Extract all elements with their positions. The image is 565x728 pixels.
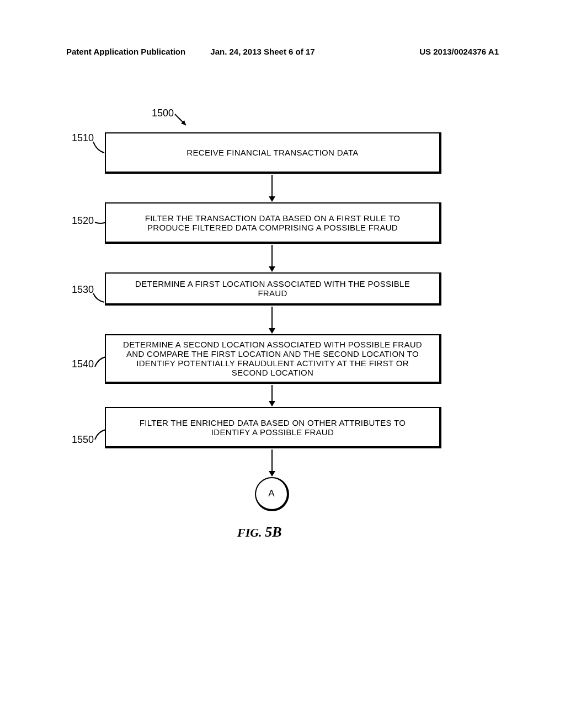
flow-box-text: FILTER THE ENRICHED DATA BASED ON OTHER … [122, 418, 423, 437]
flow-box-text: DETERMINE A SECOND LOCATION ASSOCIATED W… [122, 340, 423, 377]
ref-label-1530: 1530 [72, 284, 94, 296]
fig-text: FIG. [237, 526, 262, 539]
fig-number: 5B [265, 524, 281, 540]
header-patent-number: US 2013/0024376 A1 [355, 47, 499, 56]
arrow-1550-connector [271, 449, 273, 476]
flow-box-1510: RECEIVE FINANCIAL TRANSACTION DATA [105, 132, 441, 174]
page-header: Patent Application Publication Jan. 24, … [0, 47, 565, 56]
ref-label-1550: 1550 [72, 434, 94, 446]
arrow-1540-1550 [271, 385, 273, 406]
arrow-1510-1520 [271, 175, 273, 201]
ref-label-1500: 1500 [152, 108, 174, 119]
flow-box-1520: FILTER THE TRANSACTION DATA BASED ON A F… [105, 202, 441, 244]
arrow-1530-1540 [271, 307, 273, 333]
flow-box-1550: FILTER THE ENRICHED DATA BASED ON OTHER … [105, 407, 441, 448]
arrow-1520-1530 [271, 245, 273, 271]
header-sheet-info: Jan. 24, 2013 Sheet 6 of 17 [210, 47, 354, 56]
flow-box-text: FILTER THE TRANSACTION DATA BASED ON A F… [122, 213, 423, 232]
flow-box-1530: DETERMINE A FIRST LOCATION ASSOCIATED WI… [105, 272, 441, 306]
connector-a: A [255, 477, 289, 511]
header-publication: Patent Application Publication [66, 47, 210, 56]
leader-line-1500 [174, 113, 190, 130]
connector-label: A [268, 488, 274, 499]
ref-label-1540: 1540 [72, 358, 94, 370]
flow-box-1540: DETERMINE A SECOND LOCATION ASSOCIATED W… [105, 334, 441, 384]
ref-label-1510: 1510 [72, 132, 94, 144]
figure-label: FIG. 5B [237, 524, 281, 540]
ref-label-1520: 1520 [72, 215, 94, 227]
flow-box-text: DETERMINE A FIRST LOCATION ASSOCIATED WI… [122, 279, 423, 298]
flow-box-text: RECEIVE FINANCIAL TRANSACTION DATA [186, 148, 358, 157]
